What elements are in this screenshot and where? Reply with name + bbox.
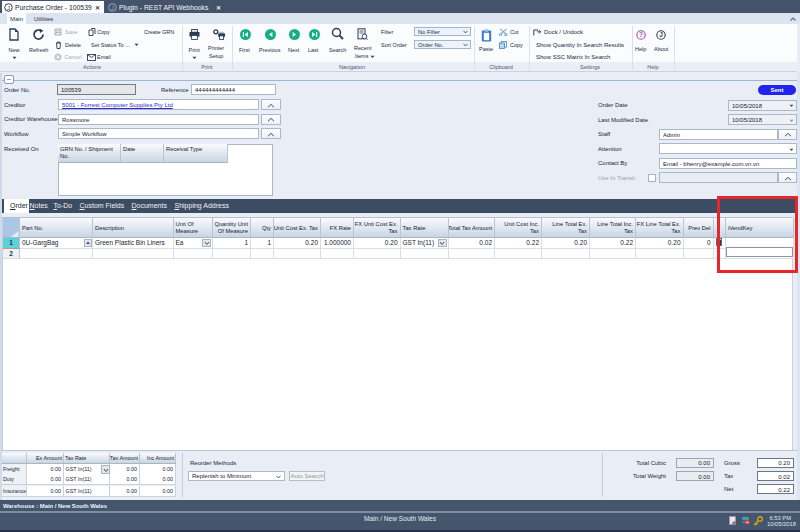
svg-text:J: J — [659, 31, 663, 38]
svg-text:J: J — [7, 4, 10, 10]
svg-text:J: J — [111, 4, 114, 10]
svg-text:?: ? — [639, 31, 643, 38]
